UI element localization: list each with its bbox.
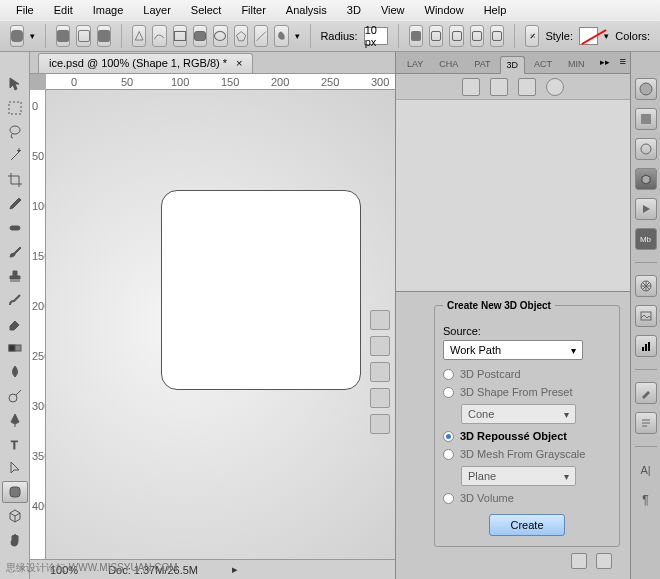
radio-shape-preset[interactable] — [443, 387, 454, 398]
dock-pilcrow-icon[interactable]: ¶ — [635, 489, 657, 511]
type-tool[interactable]: T — [2, 433, 28, 455]
custom-shape-icon[interactable] — [274, 25, 288, 47]
pen-tool[interactable] — [2, 409, 28, 431]
dock-swatch-icon[interactable] — [635, 108, 657, 130]
dock-play-icon[interactable] — [635, 198, 657, 220]
menu-window[interactable]: Window — [415, 1, 474, 19]
tool3d-2-icon[interactable] — [370, 336, 390, 356]
polygon-shape-icon[interactable] — [234, 25, 248, 47]
tab-3d[interactable]: 3D — [500, 56, 526, 74]
filter-materials-icon[interactable] — [518, 78, 536, 96]
3d-tool[interactable] — [2, 505, 28, 527]
panel-menu-icon[interactable]: ≡ — [620, 55, 626, 67]
radio-volume[interactable] — [443, 493, 454, 504]
trash-icon[interactable] — [596, 553, 612, 569]
wand-tool[interactable] — [2, 145, 28, 167]
source-dropdown[interactable]: Work Path — [443, 340, 583, 360]
menu-analysis[interactable]: Analysis — [276, 1, 337, 19]
eraser-tool[interactable] — [2, 313, 28, 335]
crop-tool[interactable] — [2, 169, 28, 191]
menu-select[interactable]: Select — [181, 1, 232, 19]
stamp-tool[interactable] — [2, 265, 28, 287]
dodge-tool[interactable] — [2, 385, 28, 407]
lasso-tool[interactable] — [2, 121, 28, 143]
fill-pixels-btn[interactable] — [97, 25, 111, 47]
pen-icon[interactable] — [132, 25, 146, 47]
svg-text:T: T — [11, 439, 18, 451]
shape-1[interactable] — [161, 190, 361, 390]
menu-image[interactable]: Image — [83, 1, 134, 19]
panel-expand-icon[interactable]: ▸▸ — [600, 57, 610, 67]
filter-scene-icon[interactable] — [462, 78, 480, 96]
create-button[interactable]: Create — [489, 514, 564, 536]
marquee-tool[interactable] — [2, 97, 28, 119]
dock-image-icon[interactable] — [635, 305, 657, 327]
dock-cube-icon[interactable] — [635, 168, 657, 190]
menu-file[interactable]: File — [6, 1, 44, 19]
menu-help[interactable]: Help — [474, 1, 517, 19]
paths-btn[interactable] — [76, 25, 90, 47]
eyedropper-tool[interactable] — [2, 193, 28, 215]
dock-mb-icon[interactable]: Mb — [635, 228, 657, 250]
create-3d-title: Create New 3D Object — [443, 300, 555, 311]
dock-character-icon[interactable]: A| — [635, 459, 657, 481]
dock-sphere-icon[interactable] — [635, 78, 657, 100]
tab-channels[interactable]: CHA — [432, 55, 465, 73]
tool3d-3-icon[interactable] — [370, 362, 390, 382]
svg-rect-6 — [9, 345, 15, 351]
move-tool[interactable] — [2, 73, 28, 95]
canvas[interactable] — [46, 90, 395, 559]
radio-mesh-grayscale[interactable] — [443, 449, 454, 460]
colors-label: Colors: — [615, 30, 650, 42]
menu-view[interactable]: View — [371, 1, 415, 19]
line-shape-icon[interactable] — [254, 25, 268, 47]
path-op-exclude-icon[interactable] — [490, 25, 504, 47]
dock-wheel-icon[interactable] — [635, 275, 657, 297]
tool3d-1-icon[interactable] — [370, 310, 390, 330]
render-settings-icon[interactable] — [571, 553, 587, 569]
tool-preset-picker[interactable] — [10, 25, 24, 47]
path-op-add-icon[interactable] — [429, 25, 443, 47]
filter-lights-icon[interactable] — [546, 78, 564, 96]
tab-layers[interactable]: LAY — [400, 55, 430, 73]
link-icon[interactable]: 𝄎 — [525, 25, 539, 47]
tab-mini[interactable]: MIN — [561, 55, 592, 73]
blur-tool[interactable] — [2, 361, 28, 383]
ellipse-shape-icon[interactable] — [213, 25, 227, 47]
path-op-intersect-icon[interactable] — [470, 25, 484, 47]
menu-3d[interactable]: 3D — [337, 1, 371, 19]
tool3d-4-icon[interactable] — [370, 388, 390, 408]
tab-actions[interactable]: ACT — [527, 55, 559, 73]
radio-postcard[interactable] — [443, 369, 454, 380]
menu-layer[interactable]: Layer — [133, 1, 181, 19]
shape-tool[interactable] — [2, 481, 28, 503]
menu-filter[interactable]: Filter — [231, 1, 275, 19]
tool3d-5-icon[interactable] — [370, 414, 390, 434]
close-tab-icon[interactable]: × — [236, 57, 242, 69]
gradient-tool[interactable] — [2, 337, 28, 359]
source-label: Source: — [443, 325, 611, 337]
freeform-pen-icon[interactable] — [152, 25, 166, 47]
history-brush-tool[interactable] — [2, 289, 28, 311]
style-picker[interactable] — [579, 27, 598, 45]
radius-input[interactable]: 10 px — [364, 27, 388, 45]
tab-paths[interactable]: PAT — [467, 55, 497, 73]
menu-edit[interactable]: Edit — [44, 1, 83, 19]
hand-tool[interactable] — [2, 529, 28, 551]
dock-mask-icon[interactable] — [635, 138, 657, 160]
dock-tool-icon[interactable] — [635, 382, 657, 404]
dock-chart-icon[interactable] — [635, 335, 657, 357]
rounded-rect-shape-icon[interactable] — [193, 25, 207, 47]
svg-rect-4 — [10, 226, 20, 230]
document-tab[interactable]: ice.psd @ 100% (Shape 1, RGB/8) * × — [38, 53, 253, 73]
dock-paragraph-icon[interactable] — [635, 412, 657, 434]
path-op-new-icon[interactable] — [409, 25, 423, 47]
brush-tool[interactable] — [2, 241, 28, 263]
shape-layers-btn[interactable] — [56, 25, 70, 47]
path-op-subtract-icon[interactable] — [449, 25, 463, 47]
filter-meshes-icon[interactable] — [490, 78, 508, 96]
heal-tool[interactable] — [2, 217, 28, 239]
rectangle-shape-icon[interactable] — [173, 25, 187, 47]
path-select-tool[interactable] — [2, 457, 28, 479]
radio-repousse[interactable] — [443, 431, 454, 442]
